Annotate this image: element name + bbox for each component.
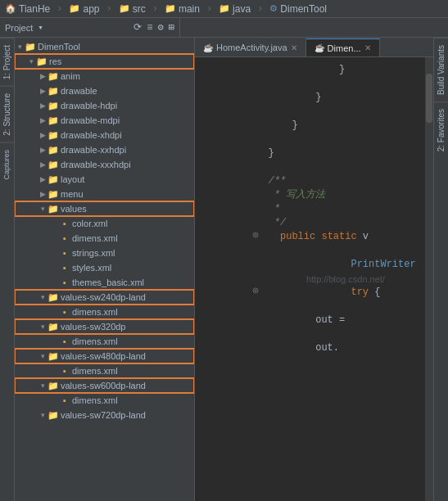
tree-item-layout[interactable]: ▶ 📁 layout xyxy=(15,172,194,187)
tree-item-drawable-mdpi[interactable]: ▶ 📁 drawable-mdpi xyxy=(15,113,194,128)
tree-item-values-sw720dp-land[interactable]: ▾ 📁 values-sw720dp-land xyxy=(15,408,194,422)
tree-item-dimens-sw480dp[interactable]: ▪ dimens.xml xyxy=(15,363,194,378)
code-line-try: try { xyxy=(203,285,425,299)
folder-icon-values: 📁 xyxy=(48,204,59,214)
title-bar: 🏠 TianHe › 📁 app › 📁 src › 📁 main › 📁 ja… xyxy=(0,0,448,18)
folder-icon-sw720dp-land: 📁 xyxy=(48,410,59,421)
file-icon-color-xml: ▪ xyxy=(59,219,70,228)
tree-item-themes-xml[interactable]: ▪ themes_basic.xml xyxy=(15,275,194,290)
code-line-printwriter: PrintWriter xyxy=(203,257,425,271)
tree-item-dimens-sw600dp[interactable]: ▪ dimens.xml xyxy=(15,393,194,408)
tree-item-color-xml[interactable]: ▪ color.xml xyxy=(15,216,194,231)
tree-item-root[interactable]: ▾ 📁 DimenTool xyxy=(15,39,194,54)
breadcrumb-src: 📁 src xyxy=(119,3,146,15)
arrow-drawable-xhdpi: ▶ xyxy=(38,131,48,139)
tree-label-dimens-sw480dp: dimens.xml xyxy=(72,366,118,376)
folder-icon-layout: 📁 xyxy=(48,174,59,185)
tree-item-drawable-xxhdpi[interactable]: ▶ 📁 drawable-xxhdpi xyxy=(15,142,194,157)
tab-homeactivity[interactable]: ☕ HomeActivity.java ✕ xyxy=(195,38,306,56)
folder-icon-drawable-xxxhdpi: 📁 xyxy=(48,160,59,170)
tree-label-dimens-sw240dp: dimens.xml xyxy=(72,307,118,317)
toolbar-sync-icon[interactable]: ⟳ xyxy=(133,21,142,34)
tree-item-values-sw600dp-land[interactable]: ▾ 📁 values-sw600dp-land xyxy=(15,378,194,393)
tree-item-styles-xml[interactable]: ▪ styles.xml xyxy=(15,260,194,275)
tree-item-dimens-sw240dp[interactable]: ▪ dimens.xml xyxy=(15,305,194,319)
file-tree-panel: ▾ 📁 DimenTool ▾ 📁 res ▶ 📁 anim ▶ 📁 drawa… xyxy=(15,38,195,501)
toolbar: Project ▾ ⟳ ≡ ⚙ ⊞ xyxy=(0,18,448,38)
folder-icon-drawable: 📁 xyxy=(48,86,59,97)
scroll-track[interactable] xyxy=(425,57,433,501)
tree-label-root: DimenTool xyxy=(38,42,80,52)
tree-label-layout: layout xyxy=(61,174,84,184)
tab-dimen-close[interactable]: ✕ xyxy=(364,43,371,52)
folder-icon-menu: 📁 xyxy=(48,189,59,200)
tree-item-res[interactable]: ▾ 📁 res xyxy=(15,54,194,69)
tree-label-sw320dp: values-sw320dp xyxy=(61,322,126,332)
right-side-panels: Build Variants 2: Favorites xyxy=(433,38,448,501)
breadcrumb-dimentool[interactable]: ⚙ DimenTool xyxy=(269,3,327,15)
code-area[interactable]: http://blog.csdn.net/ } } xyxy=(195,57,433,501)
code-line-4 xyxy=(203,104,425,118)
tree-label-drawable: drawable xyxy=(61,86,97,96)
structure-tab[interactable]: 2: Structure xyxy=(0,86,14,142)
code-line-blank4 xyxy=(203,327,425,341)
tree-label-themes-xml: themes_basic.xml xyxy=(72,278,144,287)
toolbar-expand-icon[interactable]: ⊞ xyxy=(169,21,174,34)
dimentool-icon: ⚙ xyxy=(269,3,278,14)
folder-icon-sw240dp-land: 📁 xyxy=(48,292,59,303)
tree-label-menu: menu xyxy=(61,189,84,199)
tree-item-anim[interactable]: ▶ 📁 anim xyxy=(15,69,194,84)
toolbar-settings-icon[interactable]: ⚙ xyxy=(158,21,164,34)
tree-item-drawable-xxxhdpi[interactable]: ▶ 📁 drawable-xxxhdpi xyxy=(15,157,194,172)
folder-icon-sw480dp-land: 📁 xyxy=(48,351,59,362)
arrow-sw320dp: ▾ xyxy=(38,323,48,331)
breadcrumb-main: 📁 main xyxy=(165,3,200,15)
file-icon-dimens-sw240dp: ▪ xyxy=(59,307,70,317)
tree-item-values-sw240dp-land[interactable]: ▾ 📁 values-sw240dp-land xyxy=(15,290,194,305)
code-line-2 xyxy=(203,76,425,90)
project-tab[interactable]: 1: Project xyxy=(0,38,14,86)
toolbar-filter-icon[interactable]: ≡ xyxy=(147,22,152,34)
arrow-res: ▾ xyxy=(26,57,36,65)
arrow-anim: ▶ xyxy=(38,72,48,80)
tree-label-strings-xml: strings.xml xyxy=(72,248,115,258)
file-icon-styles-xml: ▪ xyxy=(59,263,70,273)
tree-item-values-sw320dp[interactable]: ▾ 📁 values-sw320dp xyxy=(15,319,194,334)
tree-label-dimens-xml-1: dimens.xml xyxy=(72,233,118,243)
tree-item-dimens-sw320dp[interactable]: ▪ dimens.xml xyxy=(15,334,194,349)
tree-item-drawable[interactable]: ▶ 📁 drawable xyxy=(15,84,194,98)
tree-item-drawable-hdpi[interactable]: ▶ 📁 drawable-hdpi xyxy=(15,98,194,113)
tree-label-color-xml: color.xml xyxy=(72,219,107,228)
tree-label-sw600dp-land: values-sw600dp-land xyxy=(61,381,146,390)
captures-tab[interactable]: Captures xyxy=(0,142,14,187)
tree-label-drawable-xxhdpi: drawable-xxhdpi xyxy=(61,145,126,155)
tree-label-dimens-sw600dp: dimens.xml xyxy=(72,395,118,405)
arrow-menu: ▶ xyxy=(38,190,48,198)
file-tree[interactable]: ▾ 📁 DimenTool ▾ 📁 res ▶ 📁 anim ▶ 📁 drawa… xyxy=(15,38,194,501)
tree-item-strings-xml[interactable]: ▪ strings.xml xyxy=(15,246,194,260)
tree-label-drawable-xxxhdpi: drawable-xxxhdpi xyxy=(61,160,131,169)
dropdown-arrow[interactable]: ▾ xyxy=(38,22,43,33)
tab-homeactivity-close[interactable]: ✕ xyxy=(291,43,297,52)
tree-label-drawable-mdpi: drawable-mdpi xyxy=(61,115,120,125)
arrow-root: ▾ xyxy=(15,43,25,51)
tree-item-drawable-xhdpi[interactable]: ▶ 📁 drawable-xhdpi xyxy=(15,128,194,142)
tab-dimen[interactable]: ☕ Dimen... ✕ xyxy=(306,38,380,56)
tabs-bar: ☕ HomeActivity.java ✕ ☕ Dimen... ✕ xyxy=(195,38,433,57)
file-icon-strings-xml: ▪ xyxy=(59,248,70,258)
folder-icon-sw320dp: 📁 xyxy=(48,322,59,332)
tree-item-menu[interactable]: ▶ 📁 menu xyxy=(15,187,194,201)
tree-item-values[interactable]: ▾ 📁 values xyxy=(15,201,194,216)
tree-label-drawable-xhdpi: drawable-xhdpi xyxy=(61,130,122,140)
gutter-pub xyxy=(203,223,215,250)
tab-dimen-icon: ☕ xyxy=(315,43,324,52)
tree-label-sw240dp-land: values-sw240dp-land xyxy=(61,292,146,302)
favorites-tab[interactable]: 2: Favorites xyxy=(434,102,448,158)
tree-item-dimens-xml-1[interactable]: ▪ dimens.xml xyxy=(15,231,194,246)
folder-icon-root: 📁 xyxy=(25,42,36,52)
build-variants-tab[interactable]: Build Variants xyxy=(434,38,448,102)
folder-icon-anim: 📁 xyxy=(48,71,59,82)
arrow-drawable-hdpi: ▶ xyxy=(38,102,48,110)
file-icon-dimens-sw320dp: ▪ xyxy=(59,336,70,346)
tree-item-values-sw480dp-land[interactable]: ▾ 📁 values-sw480dp-land xyxy=(15,349,194,363)
